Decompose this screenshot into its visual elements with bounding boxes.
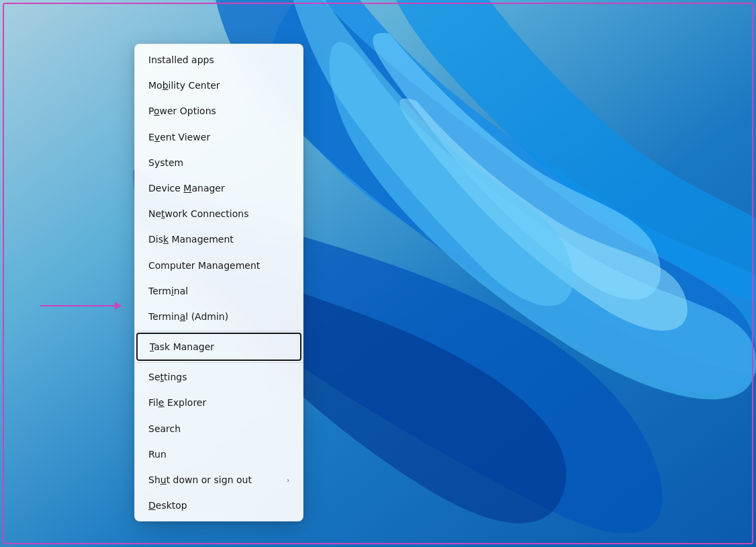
menu-item-shutdown-signout[interactable]: Shut down or sign out›	[135, 467, 303, 493]
menu-item-task-manager[interactable]: Task Manager	[136, 333, 301, 361]
desktop-background	[0, 0, 756, 547]
menu-item-installed-apps[interactable]: Installed apps	[135, 47, 303, 73]
menu-item-label-installed-apps: Installed apps	[148, 54, 214, 66]
arrow-line	[40, 305, 121, 306]
menu-item-label-file-explorer: File Explorer	[148, 396, 206, 409]
menu-item-settings[interactable]: Settings	[135, 364, 303, 390]
menu-item-file-explorer[interactable]: File Explorer	[135, 390, 303, 415]
menu-item-label-terminal: Terminal	[148, 285, 188, 297]
menu-item-label-run: Run	[148, 448, 167, 460]
menu-item-label-settings: Settings	[148, 371, 187, 383]
menu-item-label-task-manager: Task Manager	[150, 341, 214, 353]
menu-item-label-device-manager: Device Manager	[148, 182, 225, 194]
menu-item-label-power-options: Power Options	[148, 105, 216, 117]
menu-item-label-terminal-admin: Terminal (Admin)	[148, 310, 228, 323]
menu-item-label-network-connections: Network Connections	[148, 208, 248, 220]
menu-item-event-viewer[interactable]: Event Viewer	[135, 124, 303, 150]
menu-item-mobility-center[interactable]: Mobility Center	[135, 73, 303, 98]
menu-item-label-desktop: Desktop	[148, 499, 187, 511]
menu-item-desktop[interactable]: Desktop	[135, 493, 303, 518]
context-menu-wrapper: Installed appsMobility CenterPower Optio…	[134, 44, 303, 521]
menu-item-power-options[interactable]: Power Options	[135, 98, 303, 124]
menu-item-label-system: System	[148, 157, 183, 169]
menu-item-terminal[interactable]: Terminal	[135, 278, 303, 304]
menu-divider-11	[135, 331, 303, 331]
menu-item-computer-management[interactable]: Computer Management	[135, 253, 303, 278]
menu-item-label-computer-management: Computer Management	[148, 259, 260, 271]
arrow-indicator	[40, 305, 121, 306]
menu-item-system[interactable]: System	[135, 150, 303, 175]
menu-item-label-mobility-center: Mobility Center	[148, 79, 220, 91]
submenu-chevron-shutdown-signout: ›	[287, 476, 289, 485]
menu-item-label-event-viewer: Event Viewer	[148, 131, 210, 143]
menu-item-run[interactable]: Run	[135, 441, 303, 467]
menu-item-label-search: Search	[148, 423, 181, 435]
menu-item-label-disk-management: Disk Management	[148, 233, 234, 245]
wallpaper-svg	[0, 0, 756, 547]
menu-item-label-shutdown-signout: Shut down or sign out	[148, 474, 252, 486]
menu-item-network-connections[interactable]: Network Connections	[135, 201, 303, 226]
menu-divider-after-11	[135, 362, 303, 363]
menu-item-terminal-admin[interactable]: Terminal (Admin)	[135, 304, 303, 329]
context-menu: Installed appsMobility CenterPower Optio…	[134, 44, 303, 521]
menu-item-search[interactable]: Search	[135, 416, 303, 441]
menu-item-disk-management[interactable]: Disk Management	[135, 226, 303, 252]
menu-item-device-manager[interactable]: Device Manager	[135, 175, 303, 201]
